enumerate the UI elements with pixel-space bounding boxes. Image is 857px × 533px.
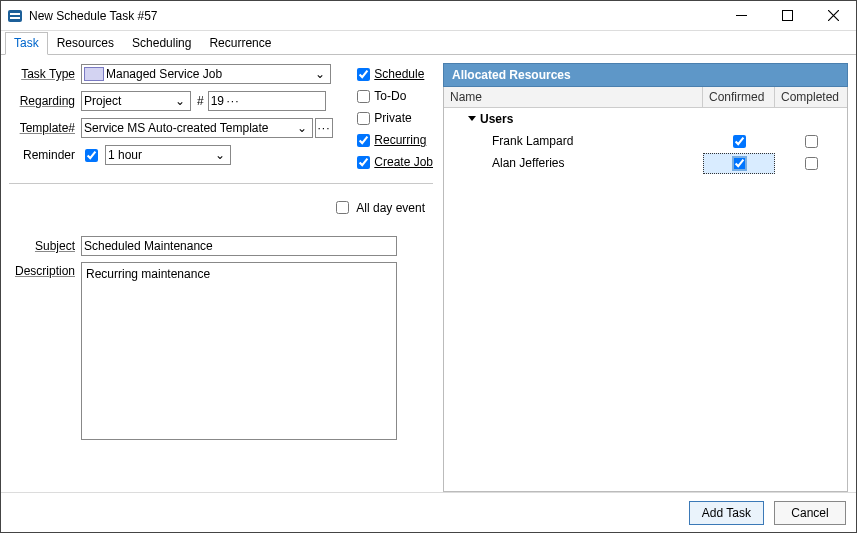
schedule-checkbox-row[interactable]: Schedule <box>357 65 433 83</box>
tab-task[interactable]: Task <box>5 32 48 55</box>
app-icon <box>7 8 23 24</box>
grid-header: Name Confirmed Completed <box>444 87 847 108</box>
cancel-button[interactable]: Cancel <box>774 501 846 525</box>
svg-rect-4 <box>782 11 792 21</box>
subject-input[interactable] <box>81 236 397 256</box>
label-template: Template# <box>9 121 75 135</box>
private-checkbox[interactable] <box>357 112 370 125</box>
svg-rect-2 <box>10 17 20 19</box>
task-type-select[interactable]: Managed Service Job ⌄ <box>81 64 331 84</box>
label-create-job: Create Job <box>374 155 433 169</box>
label-private: Private <box>374 111 411 125</box>
resources-grid: Name Confirmed Completed Users Frank Lam… <box>443 87 848 492</box>
private-checkbox-row[interactable]: Private <box>357 109 433 127</box>
svg-rect-3 <box>736 15 747 16</box>
completed-checkbox[interactable] <box>805 157 818 170</box>
grid-body: Users Frank Lampard Alan Jefferies <box>444 108 847 491</box>
flags-column: Schedule To-Do Private Recurring Create … <box>339 63 433 171</box>
regarding-select[interactable]: Project ⌄ <box>81 91 191 111</box>
reminder-value: 1 hour <box>108 148 142 162</box>
all-day-checkbox[interactable] <box>336 201 349 214</box>
tab-recurrence[interactable]: Recurrence <box>200 32 280 54</box>
label-all-day: All day event <box>356 201 425 215</box>
label-subject: Subject <box>9 239 75 253</box>
content-body: Task Type Managed Service Job ⌄ Regardin… <box>1 55 856 492</box>
dialog-window: New Schedule Task #57 Task Resources Sch… <box>0 0 857 533</box>
separator <box>9 183 433 184</box>
close-button[interactable] <box>810 1 856 31</box>
create-job-checkbox-row[interactable]: Create Job <box>357 153 433 171</box>
ellipsis-icon: ··· <box>224 94 242 108</box>
description-textarea[interactable] <box>81 262 397 440</box>
tab-scheduling[interactable]: Scheduling <box>123 32 200 54</box>
color-swatch <box>84 67 104 81</box>
label-schedule: Schedule <box>374 67 424 81</box>
col-confirmed[interactable]: Confirmed <box>703 87 775 107</box>
tab-resources[interactable]: Resources <box>48 32 123 54</box>
collapse-icon <box>468 116 476 121</box>
group-users[interactable]: Users <box>444 108 847 130</box>
template-select[interactable]: Service MS Auto-created Template ⌄ <box>81 118 313 138</box>
chevron-down-icon: ⌄ <box>294 121 310 135</box>
regarding-value: Project <box>84 94 121 108</box>
regarding-id-input[interactable]: 19 ··· <box>208 91 326 111</box>
label-task-type: Task Type <box>9 67 75 81</box>
completed-checkbox[interactable] <box>805 135 818 148</box>
table-row[interactable]: Frank Lampard <box>444 130 847 152</box>
window-title: New Schedule Task #57 <box>29 9 718 23</box>
label-description: Description <box>9 264 75 278</box>
tab-bar: Task Resources Scheduling Recurrence <box>1 31 856 55</box>
confirmed-checkbox[interactable] <box>733 135 746 148</box>
label-reminder: Reminder <box>9 148 75 162</box>
regarding-id-value: 19 <box>211 94 224 108</box>
cell-confirmed[interactable] <box>703 153 775 174</box>
svg-rect-0 <box>8 10 22 22</box>
col-completed[interactable]: Completed <box>775 87 847 107</box>
create-job-checkbox[interactable] <box>357 156 370 169</box>
col-name[interactable]: Name <box>444 87 703 107</box>
add-task-button[interactable]: Add Task <box>689 501 764 525</box>
schedule-checkbox[interactable] <box>357 68 370 81</box>
left-pane: Task Type Managed Service Job ⌄ Regardin… <box>1 55 441 492</box>
label-todo: To-Do <box>374 89 406 103</box>
chevron-down-icon: ⌄ <box>212 148 228 162</box>
minimize-button[interactable] <box>718 1 764 31</box>
title-bar: New Schedule Task #57 <box>1 1 856 31</box>
template-value: Service MS Auto-created Template <box>84 121 269 135</box>
recurring-checkbox[interactable] <box>357 134 370 147</box>
cell-completed[interactable] <box>775 154 847 173</box>
dialog-footer: Add Task Cancel <box>1 492 856 532</box>
table-row[interactable]: Alan Jefferies <box>444 152 847 174</box>
chevron-down-icon: ⌄ <box>172 94 188 108</box>
svg-rect-1 <box>10 13 20 15</box>
todo-checkbox[interactable] <box>357 90 370 103</box>
allocated-resources-header: Allocated Resources <box>443 63 848 87</box>
label-recurring: Recurring <box>374 133 426 147</box>
cell-confirmed[interactable] <box>703 132 775 151</box>
label-hash: # <box>197 94 204 108</box>
reminder-select[interactable]: 1 hour ⌄ <box>105 145 231 165</box>
confirmed-checkbox[interactable] <box>733 157 746 170</box>
reminder-checkbox[interactable] <box>85 149 98 162</box>
cell-name: Alan Jefferies <box>444 156 703 170</box>
label-regarding: Regarding <box>9 94 75 108</box>
cell-name: Frank Lampard <box>444 134 703 148</box>
recurring-checkbox-row[interactable]: Recurring <box>357 131 433 149</box>
task-type-value: Managed Service Job <box>106 67 222 81</box>
chevron-down-icon: ⌄ <box>312 67 328 81</box>
cell-completed[interactable] <box>775 132 847 151</box>
maximize-button[interactable] <box>764 1 810 31</box>
right-pane: Allocated Resources Name Confirmed Compl… <box>441 55 856 492</box>
group-label: Users <box>480 112 513 126</box>
template-browse-button[interactable]: ··· <box>315 118 333 138</box>
todo-checkbox-row[interactable]: To-Do <box>357 87 433 105</box>
